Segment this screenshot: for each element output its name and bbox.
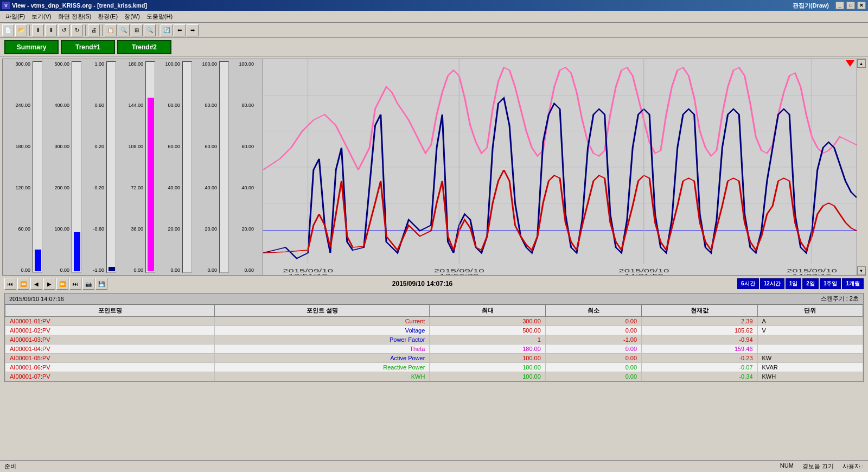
table-timestamp: 2015/09/10 14:07:16 (9, 296, 64, 302)
cell-name: AI00001-07:PV (5, 372, 215, 381)
scroll-up-btn[interactable]: ▲ (857, 59, 866, 68)
yaxis-3: 1.00 0.60 0.20 -0.20 -0.60 -1.00 (82, 61, 106, 273)
status-bar: 준비 NUM 경보음 끄기 사용자 : (0, 460, 868, 472)
scroll-track[interactable] (857, 68, 866, 266)
cell-max: 180.00 (430, 345, 545, 354)
controls-row: ⏮ ⏪ ◀ ▶ ⏩ ⏭ 📷 💾 2015/09/10 14:07:16 6시간 … (2, 277, 866, 291)
tb-copy[interactable]: 📋 (105, 24, 117, 36)
cell-name: AI00001-01:PV (5, 317, 215, 326)
nav-prev[interactable]: ◀ (30, 278, 42, 290)
tb-sep2 (85, 25, 86, 36)
tb-sep1 (29, 25, 30, 36)
menu-window[interactable]: 창(W) (121, 11, 143, 22)
table-header-row: 2015/09/10 14:07:16 스캔주기 : 2초 (5, 294, 863, 304)
cell-name: AI00001-02:PV (5, 326, 215, 335)
bar-chart-4 (145, 61, 155, 273)
data-table: 포인트명 포인트 설명 최대 최소 현재값 단위 AI00001-01:PV C… (5, 304, 863, 381)
tb-up[interactable]: ⬆ (32, 24, 44, 36)
bar-magenta (148, 98, 154, 271)
cell-desc: Voltage (215, 326, 430, 335)
col-min: 최소 (545, 305, 641, 317)
table-row: AI00001-06:PV Reactive Power 100.00 0.00… (5, 363, 863, 372)
cell-current: 2.39 (642, 317, 757, 326)
tb-zoom-in[interactable]: 🔍 (118, 24, 130, 36)
cell-unit: V (757, 326, 863, 335)
tab-trend2[interactable]: Trend#2 (117, 40, 171, 54)
table-row: AI00001-03:PV Power Factor 1 -1.00 -0.94 (5, 335, 863, 345)
menu-screen[interactable]: 화면 전환(S) (55, 11, 95, 22)
range-2d[interactable]: 2일 (802, 278, 819, 289)
yaxis-2: 500.00 400.00 300.00 200.00 100.00 0.00 (43, 61, 71, 273)
time-marker-triangle (846, 60, 854, 67)
time-chart: 2015/09/10 13:51:10 2015/09/10 13:56:30 … (263, 59, 857, 275)
cell-desc: Reactive Power (215, 363, 430, 372)
bar-chart-6 (219, 61, 229, 273)
tb-redo[interactable]: ↻ (71, 24, 83, 36)
data-table-container: 2015/09/10 14:07:16 스캔주기 : 2초 포인트명 포인트 설… (4, 293, 864, 382)
range-6h[interactable]: 6시간 (737, 278, 759, 289)
tab-summary[interactable]: Summary (4, 40, 59, 54)
cell-unit: KWH (757, 372, 863, 381)
tb-undo[interactable]: ↺ (58, 24, 70, 36)
yaxis-6: 100.00 80.00 60.00 40.00 20.00 0.00 (193, 61, 219, 273)
menu-help[interactable]: 도움말(H) (143, 11, 176, 22)
svg-text:14:01:50: 14:01:50 (624, 273, 663, 275)
cell-desc: Theta (215, 345, 430, 354)
nav-rewind[interactable]: ⏪ (17, 278, 29, 290)
range-1w[interactable]: 1주일 (820, 278, 841, 289)
status-user: 사용자 : (843, 462, 864, 470)
nav-save[interactable]: 💾 (95, 278, 107, 290)
maximize-btn[interactable]: □ (846, 2, 855, 9)
tb-next[interactable]: ➡ (187, 24, 199, 36)
cell-name: AI00001-03:PV (5, 335, 215, 345)
nav-last[interactable]: ⏭ (69, 278, 81, 290)
nav-camera[interactable]: 📷 (82, 278, 94, 290)
bar-blue-2 (74, 232, 80, 271)
tb-new[interactable]: 📄 (2, 24, 14, 36)
cell-name: AI00001-04:PV (5, 345, 215, 354)
cell-desc: Active Power (215, 354, 430, 363)
yaxis-5: 100.00 80.00 60.00 40.00 20.00 0.00 (156, 61, 182, 273)
tb-zoom-fit[interactable]: ⊞ (131, 24, 143, 36)
cell-unit (757, 345, 863, 354)
time-series-svg: 2015/09/10 13:51:10 2015/09/10 13:56:30 … (263, 59, 857, 275)
cell-name: AI00001-06:PV (5, 363, 215, 372)
nav-next[interactable]: ▶ (43, 278, 55, 290)
range-1m[interactable]: 1개월 (842, 278, 864, 289)
cell-min: 0.00 (545, 317, 641, 326)
cell-min: 0.00 (545, 363, 641, 372)
title-text: View - vtms_dnp_KRISS.org - [trend_kriss… (12, 2, 147, 9)
chart-section: 300.00 240.00 180.00 120.00 60.00 0.00 5… (2, 59, 866, 276)
tb-refresh[interactable]: 🔄 (161, 24, 173, 36)
tb-open[interactable]: 📂 (15, 24, 27, 36)
status-left: 준비 (4, 462, 16, 470)
menu-file[interactable]: 파일(F) (2, 11, 28, 22)
range-1d[interactable]: 1일 (786, 278, 802, 289)
tab-trend1[interactable]: Trend#1 (61, 40, 115, 54)
yaxis-7: 100.00 80.00 60.00 40.00 20.00 0.00 (229, 61, 256, 273)
bar-chart-5 (182, 61, 192, 273)
nav-first[interactable]: ⏮ (4, 278, 16, 290)
scroll-down-btn[interactable]: ▼ (857, 266, 866, 275)
cell-max: 300.00 (430, 317, 545, 326)
tb-down[interactable]: ⬇ (45, 24, 57, 36)
minimize-btn[interactable]: _ (835, 2, 844, 9)
menu-env[interactable]: 환경(E) (94, 11, 121, 22)
range-buttons: 6시간 12시간 1일 2일 1주일 1개월 (737, 278, 864, 289)
range-12h[interactable]: 12시간 (760, 278, 784, 289)
close-btn[interactable]: ✕ (857, 2, 866, 9)
tb-zoom-out[interactable]: 🔍 (144, 24, 156, 36)
nav-forward[interactable]: ⏩ (56, 278, 68, 290)
cell-unit: KVAR (757, 363, 863, 372)
menu-view[interactable]: 보기(V) (28, 11, 55, 22)
cell-name: AI00001-05:PV (5, 354, 215, 363)
cell-current: -0.94 (642, 335, 757, 345)
cell-desc: Current (215, 317, 430, 326)
tb-prev[interactable]: ⬅ (174, 24, 186, 36)
right-scrollbar[interactable]: ▲ ▼ (857, 59, 865, 275)
bar-chart-1 (33, 61, 42, 273)
svg-text:14:07:16: 14:07:16 (792, 273, 831, 275)
bar-chart-3 (106, 61, 116, 273)
tb-print[interactable]: 🖨 (88, 24, 100, 36)
time-display: 2015/09/10 14:07:16 (392, 280, 452, 288)
